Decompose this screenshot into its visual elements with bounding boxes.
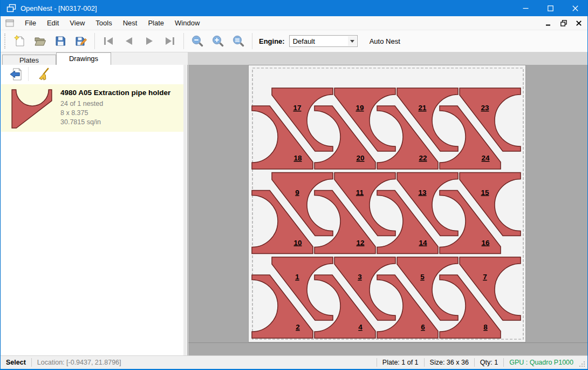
engine-select[interactable]: Default bbox=[289, 35, 358, 47]
minimize-button[interactable] bbox=[513, 0, 538, 16]
last-plate-button[interactable] bbox=[162, 33, 178, 49]
engine-value: Default bbox=[290, 37, 315, 45]
drawing-area: 30.7815 sq/in bbox=[60, 118, 170, 127]
status-location: Location: [-0.9437, 21.8796] bbox=[37, 359, 121, 366]
zoom-out-icon bbox=[191, 35, 204, 48]
status-separator bbox=[377, 358, 377, 367]
clean-button[interactable] bbox=[35, 66, 51, 82]
status-separator bbox=[31, 358, 32, 367]
tab-strip-filler bbox=[188, 52, 587, 65]
menu-tools[interactable]: Tools bbox=[90, 17, 117, 29]
tab-plates[interactable]: Plates bbox=[2, 55, 56, 65]
menu-edit[interactable]: Edit bbox=[42, 17, 64, 29]
part-number-19: 19 bbox=[355, 104, 364, 112]
status-mode: Select bbox=[6, 359, 26, 366]
drawing-title: 4980 A05 Extraction pipe holder bbox=[60, 89, 170, 97]
window-title: OpenNest - [N0317-002] bbox=[20, 4, 97, 12]
part-number-7: 7 bbox=[483, 273, 487, 281]
save-as-icon bbox=[74, 35, 87, 48]
open-folder-icon bbox=[33, 35, 46, 48]
mdi-minimize-button[interactable] bbox=[543, 18, 554, 28]
mdi-restore-icon bbox=[560, 20, 567, 26]
drawings-panel: 4980 A05 Extraction pipe holder 24 of 1 … bbox=[1, 65, 188, 355]
toolbar-separator bbox=[183, 33, 184, 49]
part-number-2: 2 bbox=[296, 323, 300, 331]
go-previous-icon bbox=[122, 35, 135, 48]
toolbar-grip[interactable] bbox=[4, 33, 6, 49]
part-thumbnail bbox=[11, 89, 53, 129]
title-bar[interactable]: OpenNest - [N0317-002] bbox=[1, 0, 587, 16]
part-number-6: 6 bbox=[421, 323, 425, 331]
opennest-window: OpenNest - [N0317-002] File Edit View To… bbox=[0, 0, 588, 370]
part-number-14: 14 bbox=[419, 239, 427, 247]
resize-grip[interactable] bbox=[579, 361, 585, 367]
close-icon bbox=[572, 5, 578, 11]
menu-window[interactable]: Window bbox=[169, 17, 205, 29]
import-drawing-button[interactable] bbox=[8, 66, 24, 82]
minimize-icon bbox=[523, 5, 529, 11]
menu-view[interactable]: View bbox=[64, 17, 90, 29]
new-file-icon bbox=[13, 35, 26, 48]
nest-layout: 171819202122232491011121314151612345678 bbox=[249, 65, 525, 342]
part-number-15: 15 bbox=[481, 189, 489, 197]
previous-plate-button[interactable] bbox=[121, 33, 137, 49]
status-bar: Select Location: [-0.9437, 21.8796] Plat… bbox=[1, 355, 587, 369]
menu-plate[interactable]: Plate bbox=[142, 17, 169, 29]
menu-nest[interactable]: Nest bbox=[118, 17, 143, 29]
status-plate: Plate: 1 of 1 bbox=[382, 359, 419, 366]
toolbar-separator bbox=[94, 33, 95, 49]
mdi-close-icon bbox=[576, 21, 582, 26]
save-icon bbox=[54, 35, 67, 48]
maximize-button[interactable] bbox=[538, 0, 563, 16]
part-number-22: 22 bbox=[419, 154, 427, 162]
drawing-list-item[interactable]: 4980 A05 Extraction pipe holder 24 of 1 … bbox=[1, 84, 183, 132]
nest-canvas[interactable]: 171819202122232491011121314151612345678 bbox=[188, 65, 587, 355]
part-number-21: 21 bbox=[418, 104, 427, 112]
part-number-16: 16 bbox=[481, 239, 490, 247]
part-number-8: 8 bbox=[483, 323, 488, 331]
part-number-11: 11 bbox=[356, 189, 364, 197]
part-number-24: 24 bbox=[481, 154, 490, 162]
tab-drawings[interactable]: Drawings bbox=[56, 52, 111, 65]
close-button[interactable] bbox=[563, 0, 587, 16]
menu-bar: File Edit View Tools Nest Plate Window bbox=[1, 16, 587, 30]
open-file-button[interactable] bbox=[32, 33, 48, 49]
zoom-fit-icon bbox=[232, 35, 245, 48]
zoom-in-button[interactable] bbox=[210, 33, 226, 49]
main-toolbar: Engine: Default Auto Nest bbox=[1, 30, 587, 52]
drawings-toolbar bbox=[1, 65, 183, 83]
part-number-9: 9 bbox=[295, 189, 299, 197]
menu-file[interactable]: File bbox=[19, 17, 42, 29]
first-plate-button[interactable] bbox=[100, 33, 117, 49]
part-number-18: 18 bbox=[293, 154, 302, 162]
save-as-button[interactable] bbox=[73, 33, 89, 49]
document-window-icon bbox=[5, 19, 14, 27]
zoom-fit-button[interactable] bbox=[230, 33, 247, 49]
part-number-5: 5 bbox=[420, 273, 425, 281]
save-button[interactable] bbox=[52, 33, 69, 49]
go-first-icon bbox=[102, 35, 115, 48]
panel-scrollbar-gutter[interactable] bbox=[183, 65, 187, 355]
zoom-out-button[interactable] bbox=[189, 33, 206, 49]
status-gpu: GPU : Quadro P1000 bbox=[509, 359, 573, 366]
auto-nest-button[interactable]: Auto Nest bbox=[365, 35, 405, 48]
mdi-close-button[interactable] bbox=[573, 18, 584, 28]
go-next-icon bbox=[143, 35, 156, 48]
tab-strip: Plates Drawings bbox=[1, 52, 188, 65]
new-file-button[interactable] bbox=[11, 33, 28, 49]
zoom-in-icon bbox=[211, 35, 224, 48]
mdi-restore-button[interactable] bbox=[558, 18, 569, 28]
status-separator bbox=[503, 358, 504, 367]
canvas-divider bbox=[188, 342, 587, 343]
import-drawing-icon bbox=[9, 67, 23, 82]
next-plate-button[interactable] bbox=[141, 33, 158, 49]
part-number-17: 17 bbox=[293, 104, 301, 112]
part-number-3: 3 bbox=[358, 273, 362, 281]
clean-icon bbox=[36, 67, 51, 82]
status-size: Size: 36 x 36 bbox=[430, 359, 469, 366]
part-number-10: 10 bbox=[293, 239, 302, 247]
part-number-1: 1 bbox=[295, 273, 299, 281]
maximize-icon bbox=[548, 5, 553, 11]
drawing-size: 8 x 8.375 bbox=[60, 109, 170, 118]
plate-sheet[interactable]: 171819202122232491011121314151612345678 bbox=[248, 65, 526, 342]
